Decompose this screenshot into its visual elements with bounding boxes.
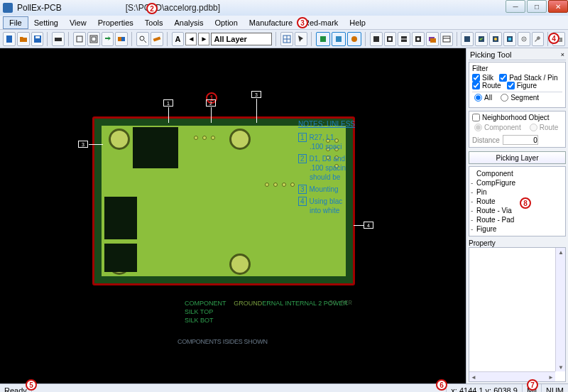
maximize-button[interactable]: □ bbox=[527, 0, 547, 13]
menu-properties[interactable]: Properties bbox=[92, 17, 139, 28]
tool-measure-icon[interactable] bbox=[151, 32, 163, 46]
tool-print-icon[interactable] bbox=[52, 32, 65, 46]
chk-neighborhood[interactable]: Neighborhood Object bbox=[472, 114, 562, 121]
layer-next-icon[interactable]: ► bbox=[198, 33, 209, 45]
tree-root[interactable]: Component bbox=[472, 169, 562, 178]
svg-rect-27 bbox=[430, 38, 436, 43]
status-num: NUM bbox=[542, 384, 568, 392]
vscroll[interactable]: ▲▼ bbox=[555, 248, 565, 371]
svg-rect-21 bbox=[388, 38, 391, 40]
menu-bar: File Setting View Properties Tools Analy… bbox=[0, 16, 568, 30]
svg-rect-30 bbox=[464, 36, 470, 42]
annotation-5: 5 bbox=[26, 379, 37, 391]
tree-figure[interactable]: Figure bbox=[472, 224, 562, 234]
layer-selector: ◄ ► bbox=[185, 33, 272, 45]
chk-route[interactable]: Route bbox=[472, 82, 501, 89]
chk-figure[interactable]: Figure bbox=[507, 82, 537, 89]
tool-dark2-icon[interactable] bbox=[384, 32, 397, 46]
tool-dark1-icon[interactable] bbox=[370, 32, 383, 46]
window-controls: ─ □ ✕ bbox=[504, 0, 568, 13]
menu-view[interactable]: View bbox=[64, 17, 92, 28]
component-tree[interactable]: Component CompFigure Pin Route Route - V… bbox=[469, 166, 566, 236]
tree-route-pad[interactable]: Route - Pad bbox=[472, 215, 562, 224]
distance-input[interactable] bbox=[503, 135, 538, 145]
tool-navy4-icon[interactable] bbox=[503, 32, 516, 46]
svg-rect-17 bbox=[336, 36, 342, 42]
radio-segment[interactable]: Segment bbox=[501, 94, 539, 102]
tool-inout-icon[interactable] bbox=[115, 32, 128, 46]
tool-navy3-icon[interactable] bbox=[489, 32, 502, 46]
toolbar: A ◄ ► bbox=[0, 30, 568, 48]
tool-gear-icon[interactable] bbox=[518, 32, 530, 46]
callout-3l: 3 bbox=[78, 141, 88, 148]
callout-3t: 3 bbox=[251, 91, 261, 98]
svg-point-10 bbox=[140, 36, 144, 40]
tool-navy1-icon[interactable] bbox=[461, 32, 474, 46]
panel-close-icon[interactable]: × bbox=[561, 51, 564, 58]
legend-right: SC PER bbox=[329, 300, 352, 307]
tool-new-icon[interactable] bbox=[3, 32, 16, 46]
tool-wrench-icon[interactable] bbox=[532, 32, 545, 46]
tool-a-icon[interactable]: A bbox=[172, 32, 185, 46]
picking-title: Picking Tool bbox=[470, 50, 512, 59]
menu-file[interactable]: File bbox=[3, 16, 28, 29]
chk-silk[interactable]: Silk bbox=[472, 74, 493, 82]
svg-rect-35 bbox=[508, 38, 511, 40]
tool-dark4-icon[interactable] bbox=[412, 32, 425, 46]
tool-hilite-3-icon[interactable] bbox=[347, 32, 361, 46]
property-label: Property bbox=[469, 239, 566, 247]
window-titlebar: PollEx-PCB [S:\PCAD\accelorg.pdbb] ─ □ ✕ bbox=[0, 0, 568, 16]
radio-all[interactable]: All bbox=[474, 94, 492, 102]
tree-route-via[interactable]: Route - Via bbox=[472, 206, 562, 215]
menu-option[interactable]: Option bbox=[209, 17, 243, 28]
tool-box-icon[interactable] bbox=[73, 32, 86, 46]
annotation-3: 3 bbox=[297, 17, 308, 28]
tool-cursor-icon[interactable] bbox=[295, 32, 307, 46]
menu-tools[interactable]: Tools bbox=[139, 17, 169, 28]
svg-point-33 bbox=[494, 38, 497, 40]
hscroll[interactable]: ◄► bbox=[469, 371, 555, 381]
filter-label: Filter bbox=[472, 65, 562, 72]
tool-dark3-icon[interactable] bbox=[398, 32, 410, 46]
tool-save-icon[interactable] bbox=[31, 32, 44, 46]
svg-rect-0 bbox=[6, 36, 12, 43]
callout-1: 1 bbox=[163, 99, 173, 107]
status-bar: Ready x: 4144.1 y: 6038.9 Mil NUM bbox=[0, 383, 568, 392]
tool-search-icon[interactable] bbox=[136, 32, 149, 46]
legend-bottom: COMPONENTS ISIDES SHOWN bbox=[178, 338, 268, 345]
annotation-8: 8 bbox=[520, 197, 531, 209]
picking-tool-panel: Picking Tool × Filter Silk Pad Stack / P… bbox=[466, 48, 568, 383]
picking-layer-button[interactable]: Picking Layer bbox=[469, 151, 566, 164]
minimize-button[interactable]: ─ bbox=[506, 0, 525, 13]
tool-grid-icon[interactable] bbox=[280, 32, 293, 46]
radio-route: Route bbox=[530, 124, 559, 131]
app-title: PollEx-PCB bbox=[17, 3, 62, 13]
close-button[interactable]: ✕ bbox=[548, 0, 568, 13]
tree-pin[interactable]: Pin bbox=[472, 187, 562, 197]
tool-hilite-1-icon[interactable] bbox=[316, 32, 330, 46]
layer-prev-icon[interactable]: ◄ bbox=[185, 33, 197, 45]
svg-rect-19 bbox=[373, 36, 379, 42]
tree-compfigure[interactable]: CompFigure bbox=[472, 178, 562, 187]
pcb-canvas[interactable]: 1 1 2 3 3 4 NOTES: UNLESS bbox=[0, 48, 466, 383]
tool-open-icon[interactable] bbox=[17, 32, 30, 46]
svg-rect-9 bbox=[121, 37, 125, 41]
layer-input[interactable] bbox=[211, 33, 272, 45]
chk-padstack[interactable]: Pad Stack / Pin bbox=[499, 74, 557, 82]
menu-analysis[interactable]: Analysis bbox=[168, 17, 209, 28]
menu-setting[interactable]: Setting bbox=[28, 17, 64, 28]
tool-transfer-icon[interactable] bbox=[102, 32, 114, 46]
svg-rect-3 bbox=[55, 38, 62, 41]
tool-hilite-2-icon[interactable] bbox=[332, 32, 346, 46]
tool-layers-icon[interactable] bbox=[426, 32, 439, 46]
svg-rect-8 bbox=[118, 37, 121, 41]
tool-table-icon[interactable] bbox=[440, 32, 453, 46]
tool-frame-icon[interactable] bbox=[87, 32, 100, 46]
filter-box: Filter Silk Pad Stack / Pin Route Figure… bbox=[469, 62, 566, 108]
annotation-7: 7 bbox=[527, 379, 538, 391]
tree-route[interactable]: Route bbox=[472, 197, 562, 206]
annotation-6: 6 bbox=[436, 379, 447, 391]
tool-navy2-icon[interactable] bbox=[475, 32, 488, 46]
menu-help[interactable]: Help bbox=[344, 17, 371, 28]
menu-manufacture[interactable]: Manufacture bbox=[244, 17, 298, 28]
